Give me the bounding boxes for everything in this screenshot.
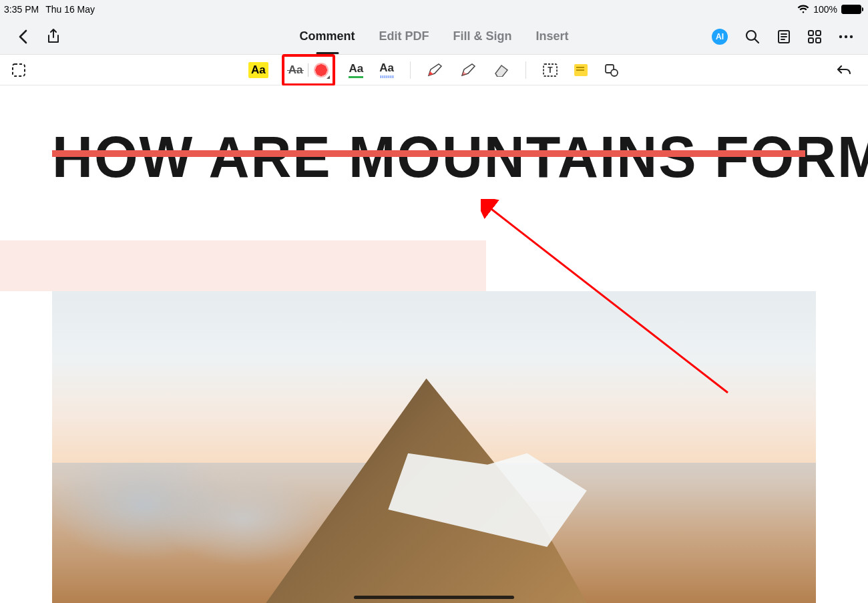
selection-tool-icon[interactable] [11,62,27,78]
tab-comment[interactable]: Comment [299,29,355,43]
svg-point-8 [850,35,853,37]
battery-icon [841,5,861,14]
status-date: Thu 16 May [45,4,95,15]
battery-percent: 100% [813,4,837,15]
squiggle-tool[interactable]: Aa [379,61,394,78]
tab-insert[interactable]: Insert [535,29,568,43]
svg-point-7 [845,35,847,37]
annotation-toolbar: Aa Aa Aa Aa T [0,55,868,85]
stamp-tool-icon[interactable] [604,63,620,77]
document-image [52,291,816,603]
document-heading[interactable]: HOW ARE MOUNTAINS FORMED? [52,123,868,191]
pen-tool-icon[interactable] [427,63,444,77]
marker-tool-icon[interactable] [460,63,477,77]
strikethrough-annotation[interactable] [52,150,805,157]
decorative-block [0,240,486,291]
svg-rect-4 [809,38,813,43]
svg-rect-5 [816,38,821,43]
sticky-note-tool-icon[interactable] [574,64,588,76]
textbox-tool-icon[interactable]: T [542,63,558,77]
svg-text:T: T [548,65,553,75]
tab-edit-pdf[interactable]: Edit PDF [379,29,429,43]
status-bar: 3:35 PM Thu 16 May 100% [0,0,868,19]
svg-point-13 [611,69,618,76]
underline-tool[interactable]: Aa [349,62,364,78]
document-canvas[interactable]: HOW ARE MOUNTAINS FORMED? [0,85,868,603]
strikethrough-tool[interactable]: Aa [288,63,303,77]
back-button[interactable] [17,29,28,44]
top-navigation-bar: Comment Edit PDF Fill & Sign Insert AI [0,19,868,55]
eraser-tool-icon[interactable] [493,63,509,77]
more-icon[interactable] [839,35,853,39]
svg-rect-9 [13,64,25,76]
search-icon[interactable] [745,29,760,44]
grid-icon[interactable] [808,30,821,43]
home-indicator[interactable] [354,596,514,599]
color-swatch-strike[interactable] [314,63,329,77]
svg-point-6 [839,35,842,37]
status-time: 3:35 PM [4,4,39,15]
wifi-icon [797,5,809,14]
share-button[interactable] [47,29,60,45]
svg-rect-2 [809,31,813,35]
ai-badge[interactable]: AI [712,29,728,45]
tab-fill-sign[interactable]: Fill & Sign [453,29,511,43]
strikethrough-tool-group[interactable]: Aa [284,61,333,79]
undo-button[interactable] [836,63,852,77]
highlight-tool[interactable]: Aa [248,62,268,78]
svg-rect-3 [816,31,821,35]
outline-icon[interactable] [777,29,791,44]
